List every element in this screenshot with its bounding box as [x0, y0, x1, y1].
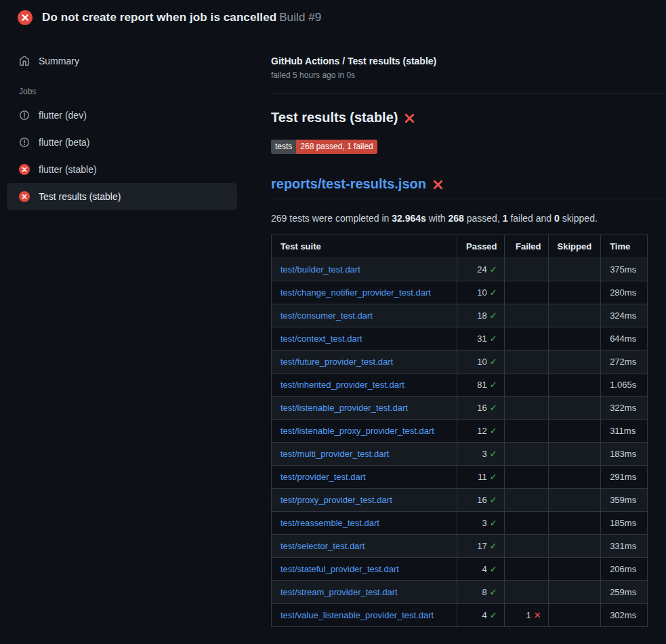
time-cell: 1.065s	[601, 374, 648, 397]
test-suite-link[interactable]: test/future_provider_test.dart	[280, 357, 393, 367]
suite-cell: test/provider_test.dart	[272, 466, 457, 489]
section-title-text: Test results (stable)	[271, 110, 398, 125]
build-title-text: Do not create report when job is cancell…	[42, 11, 276, 24]
time-cell: 280ms	[601, 281, 648, 304]
skipped-cell	[548, 420, 601, 443]
tests-badge: tests 268 passed, 1 failed	[271, 140, 377, 154]
table-row: test/listenable_proxy_provider_test.dart…	[272, 420, 648, 443]
skipped-cell	[548, 558, 601, 581]
time-cell: 272ms	[601, 350, 648, 374]
suite-cell: test/stateful_provider_test.dart	[272, 558, 457, 581]
status-line: failed 5 hours ago in 0s	[271, 71, 666, 80]
table-row: test/listenable_provider_test.dart16✓322…	[272, 397, 648, 420]
test-suite-link[interactable]: test/provider_test.dart	[280, 472, 366, 482]
breadcrumb: GitHub Actions / Test results (stable)	[271, 56, 666, 66]
col-header-test-suite: Test suite	[272, 235, 457, 258]
badge-value: 268 passed, 1 failed	[296, 140, 377, 154]
build-number: Build #9	[279, 11, 321, 24]
summary-line: 269 tests were completed in 32.964s with…	[271, 213, 666, 224]
failed-cell	[504, 466, 548, 489]
sidebar-item-flutter-beta[interactable]: flutter (beta)	[7, 129, 237, 156]
sidebar-item-flutter-stable[interactable]: flutter (stable)	[7, 156, 237, 183]
passed-cell: 11✓	[457, 466, 505, 489]
report-link[interactable]: reports/test-results.json	[271, 176, 426, 192]
passed-count: 8	[482, 587, 486, 597]
neutral-icon	[19, 110, 30, 121]
passed-count: 18	[477, 310, 486, 321]
failed-cell: 1✕	[504, 604, 548, 627]
suite-cell: test/builder_test.dart	[272, 258, 457, 281]
table-header-row: Test suite Passed Failed Skipped Time	[272, 235, 648, 258]
test-suite-link[interactable]: test/change_notifier_provider_test.dart	[280, 287, 431, 298]
passed-cell: 12✓	[457, 420, 505, 443]
test-suite-link[interactable]: test/proxy_provider_test.dart	[280, 495, 392, 505]
table-row: test/multi_provider_test.dart3✓183ms	[272, 443, 648, 466]
skipped-cell	[548, 466, 601, 489]
passed-cell: 10✓	[457, 350, 505, 374]
check-icon: ✓	[490, 380, 497, 390]
col-header-passed: Passed	[457, 235, 505, 258]
skipped-cell	[548, 304, 601, 327]
sidebar-item-summary[interactable]: Summary	[7, 47, 237, 75]
failed-cell	[504, 512, 548, 535]
suite-cell: test/value_listenable_provider_test.dart	[272, 604, 457, 627]
jobs-list: flutter (dev)flutter (beta)flutter (stab…	[7, 102, 237, 210]
test-suite-link[interactable]: test/stateful_provider_test.dart	[280, 564, 399, 574]
suite-cell: test/listenable_proxy_provider_test.dart	[272, 420, 457, 443]
failed-count: 1	[526, 610, 530, 620]
page-title: Do not create report when job is cancell…	[42, 11, 321, 24]
test-suite-link[interactable]: test/multi_provider_test.dart	[280, 449, 389, 459]
time-cell: 322ms	[601, 397, 648, 420]
skipped-cell	[548, 443, 601, 466]
sidebar-item-test-results-stable[interactable]: Test results (stable)	[7, 183, 237, 210]
failed-cell	[504, 420, 548, 443]
failed-icon	[19, 164, 30, 175]
test-suite-link[interactable]: test/inherited_provider_test.dart	[280, 380, 404, 390]
skipped-cell	[548, 281, 601, 304]
check-icon: ✓	[490, 287, 497, 298]
test-suite-link[interactable]: test/context_test.dart	[280, 334, 362, 344]
col-header-time: Time	[601, 235, 648, 258]
failed-cell	[504, 304, 548, 327]
sidebar-item-flutter-dev[interactable]: flutter (dev)	[7, 102, 237, 129]
passed-cell: 3✓	[457, 512, 505, 535]
time-cell: 644ms	[601, 327, 648, 350]
check-icon: ✓	[490, 449, 497, 459]
check-icon: ✓	[490, 426, 497, 436]
home-icon	[19, 56, 30, 66]
sidebar-item-label: flutter (beta)	[39, 137, 89, 148]
passed-count: 10	[477, 357, 486, 367]
test-suite-link[interactable]: test/builder_test.dart	[280, 264, 360, 275]
table-row: test/stateful_provider_test.dart4✓206ms	[272, 558, 648, 581]
test-suite-link[interactable]: test/consumer_test.dart	[280, 310, 373, 321]
check-icon: ✓	[490, 357, 497, 367]
passed-cell: 16✓	[457, 397, 505, 420]
time-cell: 291ms	[601, 466, 648, 489]
table-row: test/stream_provider_test.dart8✓259ms	[272, 581, 648, 604]
test-suite-link[interactable]: test/stream_provider_test.dart	[280, 587, 398, 597]
check-icon: ✓	[490, 403, 497, 413]
table-row: test/context_test.dart31✓644ms	[272, 327, 648, 350]
failed-x-icon: ✕	[534, 610, 541, 620]
section-title: Test results (stable)	[271, 110, 666, 125]
report-title: reports/test-results.json	[271, 176, 666, 199]
test-suite-link[interactable]: test/selector_test.dart	[280, 541, 365, 551]
test-suite-link[interactable]: test/reassemble_test.dart	[280, 518, 379, 528]
suite-cell: test/context_test.dart	[272, 327, 457, 350]
test-suite-link[interactable]: test/listenable_proxy_provider_test.dart	[280, 426, 434, 436]
passed-count: 31	[477, 334, 486, 344]
skipped-cell	[548, 327, 601, 350]
failed-cell	[504, 581, 548, 604]
time-cell: 185ms	[601, 512, 648, 535]
failed-cell	[504, 535, 548, 558]
sidebar-item-label: flutter (dev)	[39, 110, 87, 121]
test-suite-link[interactable]: test/listenable_provider_test.dart	[280, 403, 408, 413]
table-row: test/future_provider_test.dart10✓272ms	[272, 350, 648, 374]
time-cell: 302ms	[601, 604, 648, 627]
suite-cell: test/consumer_test.dart	[272, 304, 457, 327]
check-icon: ✓	[490, 472, 497, 482]
failed-cell	[504, 558, 548, 581]
passed-cell: 81✓	[457, 374, 505, 397]
test-suite-link[interactable]: test/value_listenable_provider_test.dart	[280, 610, 434, 620]
table-row: test/change_notifier_provider_test.dart1…	[272, 281, 648, 304]
